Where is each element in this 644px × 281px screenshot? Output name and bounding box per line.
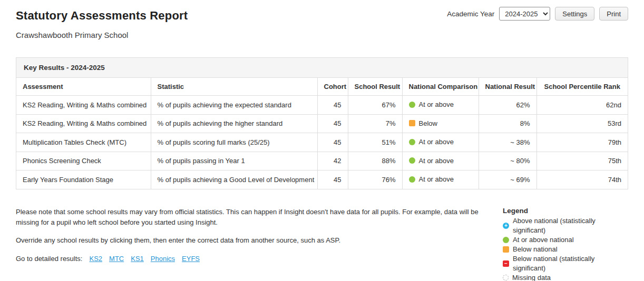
school-result-cell[interactable]: 67% <box>348 96 402 115</box>
assessment-cell: KS2 Reading, Writing & Maths combined <box>16 96 151 115</box>
comparison-indicator: At or above <box>409 138 454 146</box>
percentile-rank-cell: 53rd <box>536 114 628 133</box>
national-comparison-cell: At or above <box>402 152 479 170</box>
statistic-cell: % of pupils scoring full marks (25/25) <box>151 133 317 152</box>
national-comparison-cell: Below <box>402 114 479 133</box>
legend-item-label: Above national (statistically significan… <box>513 216 628 235</box>
below-significant-legend-icon: − <box>503 260 509 267</box>
school-name: Crawshawbooth Primary School <box>16 31 628 39</box>
at-or-above-icon <box>409 102 415 108</box>
comparison-indicator: At or above <box>409 101 454 108</box>
detailed-results-links: Go to detailed results: KS2MTCKS1Phonics… <box>16 255 491 263</box>
academic-year-select[interactable]: 2024-2025 <box>499 7 550 21</box>
panel-title: Key Results - 2024-2025 <box>16 58 628 78</box>
col-school-result: School Result <box>348 78 402 96</box>
comparison-label: At or above <box>419 157 454 165</box>
school-result-cell[interactable]: 7% <box>348 114 402 133</box>
legend-item-label: Below national (statistically significan… <box>513 254 628 273</box>
national-result-cell: 8% <box>479 114 536 133</box>
below-icon <box>409 120 415 126</box>
percentile-rank-cell: 79th <box>536 133 628 152</box>
legend-item-below-significant: −Below national (statistically significa… <box>503 254 628 273</box>
at-or-above-icon <box>409 157 415 164</box>
table-row: KS2 Reading, Writing & Maths combined% o… <box>16 96 628 115</box>
statistic-cell: % of pupils achieving a Good Level of De… <box>151 170 317 189</box>
comparison-label: At or above <box>419 138 454 146</box>
percentile-rank-cell: 62nd <box>536 96 628 115</box>
legend-item-label: Missing data <box>512 273 551 281</box>
national-result-cell: 62% <box>479 96 536 115</box>
cohort-cell: 45 <box>317 133 348 152</box>
school-result-cell[interactable]: 88% <box>348 152 402 170</box>
notes: Please note that some school results may… <box>16 207 491 263</box>
cohort-cell: 45 <box>317 170 348 189</box>
legend-items: +Above national (statistically significa… <box>503 216 628 281</box>
missing-legend-icon <box>503 275 509 280</box>
school-result-cell[interactable]: 51% <box>348 133 402 152</box>
statistic-cell: % of pupils achieving the expected stand… <box>151 96 317 115</box>
detail-link-mtc[interactable]: MTC <box>109 255 124 263</box>
settings-button[interactable]: Settings <box>555 7 594 21</box>
detail-link-phonics[interactable]: Phonics <box>151 255 175 263</box>
table-row: Early Years Foundation Stage% of pupils … <box>16 170 628 189</box>
col-statistic: Statistic <box>151 78 317 96</box>
print-button[interactable]: Print <box>599 7 628 21</box>
national-result-cell: ~ 38% <box>479 133 536 152</box>
national-comparison-cell: At or above <box>402 96 479 115</box>
below-legend-icon <box>503 246 509 253</box>
statistic-cell: % of pupils passing in Year 1 <box>151 152 317 170</box>
table-row: Multiplication Tables Check (MTC)% of pu… <box>16 133 628 152</box>
legend-item-label: At or above national <box>513 235 574 245</box>
percentile-rank-cell: 75th <box>536 152 628 170</box>
table-row: Phonics Screening Check% of pupils passi… <box>16 152 628 170</box>
table-row: KS2 Reading, Writing & Maths combined% o… <box>16 114 628 133</box>
col-national-comparison: National Comparison <box>402 78 479 96</box>
assessment-cell: Phonics Screening Check <box>16 152 151 170</box>
academic-year-label: Academic Year <box>447 10 494 18</box>
legend-title: Legend <box>503 207 628 215</box>
cohort-cell: 45 <box>317 96 348 115</box>
results-table-body: KS2 Reading, Writing & Maths combined% o… <box>16 96 628 189</box>
statistic-cell: % of pupils achieving the higher standar… <box>151 114 317 133</box>
above-significant-legend-icon: + <box>503 223 509 229</box>
legend-item-at-or-above: At or above national <box>503 235 628 245</box>
national-result-cell: ~ 80% <box>479 152 536 170</box>
table-header-row: Assessment Statistic Cohort School Resul… <box>16 78 628 96</box>
page-header: Statutory Assessments Report Crawshawboo… <box>16 0 628 39</box>
school-result-cell[interactable]: 76% <box>348 170 402 189</box>
col-cohort: Cohort <box>317 78 348 96</box>
national-comparison-cell: At or above <box>402 170 479 189</box>
legend: Legend +Above national (statistically si… <box>503 207 628 281</box>
detail-link-ks2[interactable]: KS2 <box>89 255 102 263</box>
note-official-statistics: Please note that some school results may… <box>16 207 491 229</box>
comparison-label: At or above <box>419 101 454 108</box>
detailed-results-label: Go to detailed results: <box>16 255 82 263</box>
assessment-cell: KS2 Reading, Writing & Maths combined <box>16 114 151 133</box>
at-or-above-legend-icon <box>503 237 509 243</box>
key-results-panel: Key Results - 2024-2025 Assessment Stati… <box>16 57 628 189</box>
assessment-cell: Early Years Foundation Stage <box>16 170 151 189</box>
comparison-indicator: At or above <box>409 157 454 165</box>
col-assessment: Assessment <box>16 78 151 96</box>
legend-item-above-significant: +Above national (statistically significa… <box>503 216 628 235</box>
at-or-above-icon <box>409 176 415 183</box>
assessment-cell: Multiplication Tables Check (MTC) <box>16 133 151 152</box>
percentile-rank-cell: 74th <box>536 170 628 189</box>
comparison-label: At or above <box>419 175 454 183</box>
comparison-label: Below <box>419 119 437 127</box>
comparison-indicator: Below <box>409 119 437 127</box>
col-school-percentile-rank: School Percentile Rank <box>536 78 628 96</box>
legend-item-missing: Missing data <box>503 273 628 281</box>
cohort-cell: 42 <box>317 152 348 170</box>
legend-item-below: Below national <box>503 245 628 254</box>
comparison-indicator: At or above <box>409 175 454 183</box>
legend-item-label: Below national <box>513 245 558 254</box>
detail-link-ks1[interactable]: KS1 <box>131 255 144 263</box>
col-national-result: National Result <box>479 78 536 96</box>
at-or-above-icon <box>409 139 415 145</box>
note-override: Override any school results by clicking … <box>16 235 491 246</box>
cohort-cell: 45 <box>317 114 348 133</box>
top-controls: Academic Year 2024-2025 Settings Print <box>447 7 628 21</box>
national-result-cell: ~ 69% <box>479 170 536 189</box>
detail-link-eyfs[interactable]: EYFS <box>182 255 200 263</box>
